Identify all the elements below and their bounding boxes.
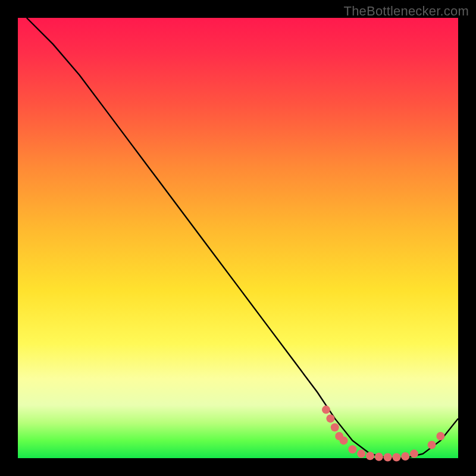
highlight-dot bbox=[410, 450, 418, 458]
highlight-dot bbox=[340, 436, 348, 444]
highlight-dot bbox=[401, 452, 409, 461]
highlight-dot bbox=[366, 452, 374, 460]
highlight-dot bbox=[384, 453, 392, 462]
chart-frame: TheBottlenecker.com bbox=[0, 0, 476, 476]
highlight-dot bbox=[357, 450, 365, 458]
attribution-text: TheBottlenecker.com bbox=[344, 4, 469, 19]
highlight-dot bbox=[331, 423, 339, 431]
plot-area bbox=[18, 18, 458, 458]
highlight-dot bbox=[375, 453, 383, 461]
highlight-dot bbox=[348, 445, 356, 453]
highlight-dot bbox=[322, 406, 330, 414]
highlight-dot bbox=[326, 414, 334, 422]
highlight-dots-group bbox=[322, 406, 444, 462]
bottleneck-curve-line bbox=[27, 18, 458, 458]
highlight-dot bbox=[428, 441, 436, 449]
highlight-dot bbox=[392, 453, 400, 462]
highlight-dot bbox=[436, 432, 444, 440]
chart-svg bbox=[18, 18, 458, 458]
